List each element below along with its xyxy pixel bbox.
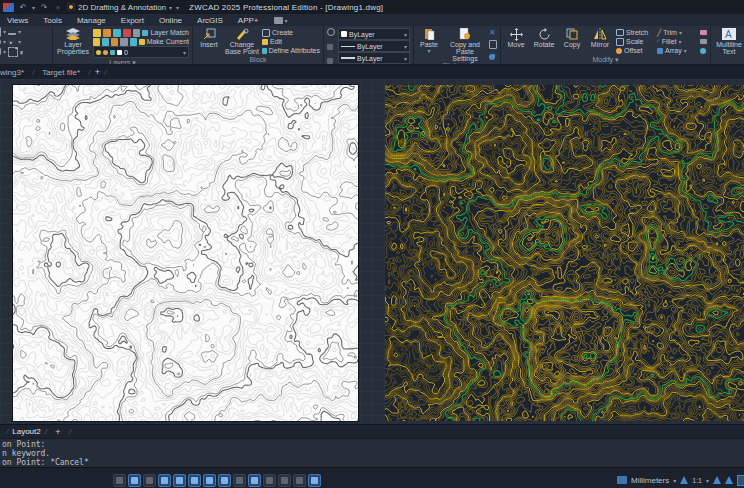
rotate-button[interactable]: Rotate xyxy=(531,27,557,56)
layer-list-icon[interactable] xyxy=(133,29,141,37)
mirror-button[interactable]: Mirror xyxy=(587,27,613,56)
new-document-tab-button[interactable]: + xyxy=(90,67,104,77)
contour-map-light-canvas[interactable] xyxy=(13,85,358,421)
tab-export[interactable]: Export xyxy=(121,16,144,25)
viewport-left[interactable] xyxy=(13,85,358,421)
quick-properties-toggle-icon[interactable] xyxy=(278,474,291,487)
define-attributes-button[interactable]: Define Attributes xyxy=(262,46,320,55)
lineweight-list-icon[interactable] xyxy=(327,58,333,64)
layer-freeze-icon[interactable] xyxy=(103,29,111,37)
contour-map-dark-canvas[interactable] xyxy=(385,85,744,421)
transparency-toggle-icon[interactable] xyxy=(248,474,261,487)
tab-tools[interactable]: Tools xyxy=(43,16,62,25)
dyn-toggle-icon[interactable] xyxy=(218,474,231,487)
color-combo[interactable]: ByLayer ▾ xyxy=(338,28,410,40)
layer-thaw-icon[interactable] xyxy=(111,38,118,46)
layer-properties-button[interactable]: Layer Properties xyxy=(56,27,90,59)
interface-options-caret-icon[interactable]: ▾ xyxy=(285,17,288,24)
arc-tool-icon[interactable] xyxy=(8,47,18,57)
annotation-visibility-icon[interactable] xyxy=(680,476,688,484)
layer-walk-icon[interactable] xyxy=(120,38,127,46)
array-button[interactable]: Array▾ xyxy=(657,46,697,55)
create-block-button[interactable]: Create xyxy=(262,28,320,37)
redo-icon[interactable]: ↷ xyxy=(39,2,49,12)
esnap-toggle-icon[interactable] xyxy=(173,474,186,487)
doc-tab-target-file[interactable]: Target file* xyxy=(34,65,88,79)
qat-customize-icon[interactable]: ▾ xyxy=(176,4,179,11)
units-value[interactable]: Millimeters xyxy=(631,476,669,485)
arc-tool-caret-icon[interactable]: ▾ xyxy=(20,48,23,55)
explode-button[interactable] xyxy=(700,37,707,46)
edit-block-button[interactable]: Edit xyxy=(262,37,320,46)
tab-arcgis[interactable]: ArcGIS xyxy=(197,16,223,25)
polar-toggle-icon[interactable] xyxy=(158,474,171,487)
interface-options-icon[interactable] xyxy=(274,17,283,24)
circle-tool-icon[interactable] xyxy=(0,37,1,47)
region-tool-caret-icon[interactable]: ▾ xyxy=(3,48,6,55)
paste-button[interactable]: Paste ▾ xyxy=(417,27,441,62)
app-logo-icon[interactable] xyxy=(3,3,14,12)
scale-button[interactable]: Scale xyxy=(616,37,654,46)
annotation-scale-value[interactable]: 1:1 xyxy=(692,477,702,484)
annotation-panel-label[interactable]: Annotation ▾ xyxy=(714,56,744,64)
rectangle-tool-icon[interactable] xyxy=(0,27,1,37)
grid-toggle-icon[interactable] xyxy=(128,474,141,487)
tab-app-plus[interactable]: APP+ xyxy=(238,16,259,25)
copy-clip-button[interactable] xyxy=(489,40,497,49)
layer-unisolate-icon[interactable] xyxy=(102,38,109,46)
block-panel-label[interactable]: Block xyxy=(196,56,320,64)
trim-button[interactable]: ╱Trim▾ xyxy=(657,28,697,37)
annotation-scale-caret-icon[interactable]: ▾ xyxy=(706,477,709,484)
command-line[interactable]: on Point: n keyword. on Point: *Cancel* xyxy=(0,438,744,467)
layer-lock-icon[interactable] xyxy=(113,29,121,37)
erase-button[interactable] xyxy=(700,28,707,37)
tab-online[interactable]: Online xyxy=(159,16,182,25)
isolate-toggle-icon[interactable] xyxy=(293,474,306,487)
layer-prev-icon[interactable] xyxy=(130,38,137,46)
copy-button[interactable]: Copy xyxy=(560,27,584,56)
multiline-text-button[interactable]: A Multiline Text xyxy=(714,27,744,56)
format-painter-button[interactable] xyxy=(489,52,497,61)
auto-annotation-icon[interactable] xyxy=(713,476,721,484)
offset-button[interactable]: Offset xyxy=(616,46,654,55)
ducs-toggle-icon[interactable] xyxy=(203,474,216,487)
modify-panel-label[interactable]: Modify ▾ xyxy=(504,56,707,64)
annotation-scale-sync-icon[interactable] xyxy=(725,476,733,484)
layer-select-combo[interactable]: 0 ▾ xyxy=(93,46,189,58)
layer-off-icon[interactable] xyxy=(123,29,131,37)
polyline-tool-icon[interactable] xyxy=(8,28,16,35)
linetype-combo[interactable]: ByLayer ▾ xyxy=(338,40,410,52)
lineweight-combo[interactable]: ByLayer ▾ xyxy=(338,52,410,64)
layout-tab-layout2[interactable]: Layout2 xyxy=(12,427,40,436)
tab-manage[interactable]: Manage xyxy=(77,16,106,25)
lwt-toggle-icon[interactable] xyxy=(233,474,246,487)
workspace-switch-icon[interactable] xyxy=(737,475,744,486)
workspace-switcher[interactable]: 2D Drafting & Annotation ▾ xyxy=(67,3,172,12)
join-button[interactable] xyxy=(700,46,707,55)
move-button[interactable]: Move xyxy=(504,27,528,56)
hatch-tool-icon[interactable]: ⋱ xyxy=(8,38,16,46)
polyline-tool-caret-icon[interactable]: ▾ xyxy=(18,28,21,35)
undo-caret-icon[interactable]: ▾ xyxy=(32,4,35,11)
new-layout-button[interactable]: + xyxy=(51,427,65,437)
rectangle-tool-caret-icon[interactable]: ▾ xyxy=(3,28,6,35)
cut-button[interactable]: ✕ xyxy=(489,28,497,37)
layer-match-button[interactable]: Layer Match xyxy=(142,28,189,37)
record-icon[interactable]: ● xyxy=(53,2,63,12)
fillet-button[interactable]: ◜Fillet▾ xyxy=(657,37,697,46)
units-caret-icon[interactable]: ▾ xyxy=(673,477,676,484)
circle-tool-caret-icon[interactable]: ▾ xyxy=(3,38,6,45)
tab-views[interactable]: Views xyxy=(7,16,28,25)
drawing-workspace[interactable] xyxy=(0,79,744,424)
hatch-tool-caret-icon[interactable]: ▾ xyxy=(18,38,21,45)
workspace-toggle-icon[interactable] xyxy=(308,474,321,487)
linetype-list-icon[interactable] xyxy=(327,44,333,50)
cycle-toggle-icon[interactable] xyxy=(263,474,276,487)
layer-on-icon[interactable] xyxy=(93,29,101,37)
ortho-toggle-icon[interactable] xyxy=(143,474,156,487)
change-base-point-button[interactable]: Change Base Point xyxy=(225,27,259,56)
doc-tab-drawing3[interactable]: wing3* xyxy=(0,65,32,79)
match-properties-icon[interactable] xyxy=(327,28,335,36)
etrack-toggle-icon[interactable] xyxy=(188,474,201,487)
make-current-button[interactable]: Make Current xyxy=(139,37,189,46)
